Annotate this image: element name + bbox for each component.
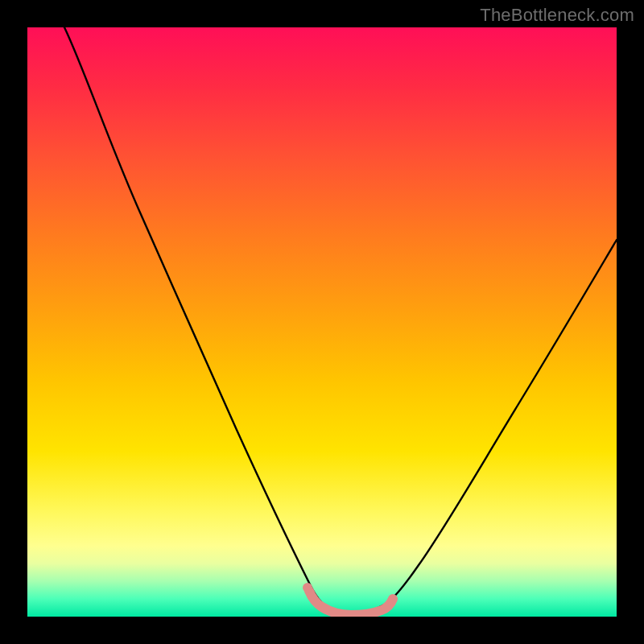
watermark-text: TheBottleneck.com bbox=[480, 5, 634, 26]
tolerance-dot bbox=[303, 583, 312, 592]
plot-area bbox=[27, 27, 617, 617]
v-curve bbox=[64, 27, 617, 613]
chart-frame: TheBottleneck.com bbox=[0, 0, 644, 644]
curve-layer bbox=[27, 27, 617, 617]
tolerance-band bbox=[309, 591, 393, 615]
